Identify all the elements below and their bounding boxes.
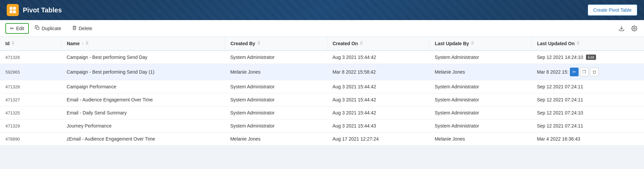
- table-row[interactable]: 478890zEmail - Audience Engagement Over …: [0, 133, 644, 146]
- col-label-last-update-by: Last Update By: [435, 41, 469, 46]
- settings-button[interactable]: [630, 24, 639, 33]
- cell-last_update_by: Melanie Jones: [429, 64, 532, 80]
- duplicate-button[interactable]: Duplicate: [30, 23, 66, 34]
- table-row[interactable]: 471327Email - Audience Engagement Over T…: [0, 93, 644, 106]
- col-header-last-updated-on[interactable]: Last Updated On ⠿: [532, 37, 644, 51]
- cell-created_on: Aug 3 2021 15:44:43: [327, 119, 429, 133]
- cell-created_on: Mar 8 2022 15:58:42: [327, 64, 429, 80]
- table-row[interactable]: 471329Journey PerformanceSystem Administ…: [0, 119, 644, 133]
- header-actions: Create Pivot Table: [588, 4, 637, 16]
- table-header-row: Id ⠿ Name ↑ ⠿ Created By ⠿: [0, 37, 644, 51]
- edit-label: Edit: [16, 26, 24, 31]
- cell-created_by: System Administrator: [225, 51, 327, 64]
- svg-point-6: [634, 27, 635, 29]
- col-header-last-update-by[interactable]: Last Update By ⠿: [429, 37, 532, 51]
- app-header: Pivot Tables Create Pivot Table: [0, 0, 644, 20]
- cell-id: 471326: [0, 51, 61, 64]
- cell-id: 478890: [0, 133, 61, 146]
- cell-id: 471325: [0, 106, 61, 119]
- duplicate-icon: [35, 25, 40, 31]
- cell-created_by: System Administrator: [225, 106, 327, 119]
- download-button[interactable]: [617, 24, 626, 33]
- col-label-created-by: Created By: [230, 41, 255, 46]
- cell-name: zEmail - Audience Engagement Over Time: [61, 133, 225, 146]
- delete-label: Delete: [79, 26, 92, 31]
- col-label-name: Name: [67, 41, 79, 46]
- create-pivot-table-button[interactable]: Create Pivot Table: [588, 4, 637, 16]
- edit-icon: ✏: [10, 26, 14, 31]
- col-header-created-by[interactable]: Created By ⠿: [225, 37, 327, 51]
- drag-icon-last-updated-on: ⠿: [577, 41, 580, 46]
- cell-name: Email - Audience Engagement Over Time: [61, 93, 225, 106]
- duplicate-label: Duplicate: [42, 26, 61, 31]
- table-row[interactable]: 471326Campaign - Best performing Send Da…: [0, 51, 644, 64]
- col-header-name[interactable]: Name ↑ ⠿: [61, 37, 225, 51]
- col-label-created-on: Created On: [333, 41, 358, 46]
- cell-last_updated_on: Sep 12 2021 07:24:11: [532, 80, 644, 93]
- cell-created_by: Melanie Jones: [225, 133, 327, 146]
- cell-last_update_by: System Administrator: [429, 80, 532, 93]
- cell-last_updated_on: Mar 4 2022 16:36:43: [532, 133, 644, 146]
- table-container: Id ⠿ Name ↑ ⠿ Created By ⠿: [0, 37, 644, 146]
- svg-rect-2: [10, 10, 12, 13]
- cell-last_updated_on: Sep 12 2021 07:24:11: [532, 93, 644, 106]
- delete-button[interactable]: Delete: [67, 23, 97, 34]
- svg-rect-1: [13, 7, 16, 10]
- col-label-last-updated-on: Last Updated On: [537, 41, 575, 46]
- col-label-id: Id: [5, 41, 9, 46]
- cell-name: Campaign - Best performing Send Day: [61, 51, 225, 64]
- svg-rect-0: [10, 7, 12, 10]
- row-duplicate-button[interactable]: ❐: [580, 68, 589, 76]
- sort-asc-icon-name: ↑: [82, 41, 84, 46]
- table-row[interactable]: 592965Campaign - Best performing Send Da…: [0, 64, 644, 80]
- svg-rect-4: [37, 27, 39, 30]
- logo-icon: [9, 6, 16, 14]
- toolbar-right: [617, 24, 639, 33]
- cell-created_on: Aug 3 2021 15:44:42: [327, 106, 429, 119]
- cell-id: 471329: [0, 119, 61, 133]
- cell-last_updated_on: Sep 12 2021 14:24:10Edit: [532, 51, 644, 64]
- svg-rect-3: [13, 10, 16, 13]
- cell-created_on: Aug 3 2021 15:44:42: [327, 80, 429, 93]
- cell-id: 471328: [0, 80, 61, 93]
- cell-last_update_by: System Administrator: [429, 93, 532, 106]
- col-header-created-on[interactable]: Created On ⠿: [327, 37, 429, 51]
- drag-icon-name: ⠿: [86, 41, 89, 46]
- toolbar: ✏ Edit Duplicate Delete: [0, 20, 644, 37]
- col-header-id[interactable]: Id ⠿: [0, 37, 61, 51]
- cell-name: Campaign - Best performing Send Day (1): [61, 64, 225, 80]
- cell-id: 592965: [0, 64, 61, 80]
- table-row[interactable]: 471328Campaign PerformanceSystem Adminis…: [0, 80, 644, 93]
- cell-last_update_by: System Administrator: [429, 51, 532, 64]
- cell-name: Campaign Performance: [61, 80, 225, 93]
- cell-last_updated_on: Sep 12 2021 07:24:10: [532, 106, 644, 119]
- cell-last_updated_on: Mar 8 2022 15:✏❐: [532, 64, 644, 80]
- drag-icon-id: ⠿: [11, 41, 14, 46]
- cell-last_update_by: System Administrator: [429, 106, 532, 119]
- cell-last_update_by: Melanie Jones: [429, 133, 532, 146]
- table-row[interactable]: 471325Email - Daily Send SummarySystem A…: [0, 106, 644, 119]
- cell-last_update_by: System Administrator: [429, 119, 532, 133]
- page-title: Pivot Tables: [23, 6, 62, 14]
- cell-created_on: Aug 3 2021 15:44:42: [327, 51, 429, 64]
- edit-tooltip-badge: Edit: [586, 55, 596, 60]
- cell-created_on: Aug 3 2021 15:44:42: [327, 93, 429, 106]
- cell-id: 471327: [0, 93, 61, 106]
- drag-icon-created-by: ⠿: [257, 41, 260, 46]
- cell-created_on: Aug 17 2021 12:27:24: [327, 133, 429, 146]
- row-edit-button[interactable]: ✏: [570, 68, 579, 76]
- pivot-tables-table: Id ⠿ Name ↑ ⠿ Created By ⠿: [0, 37, 644, 146]
- cell-created_by: System Administrator: [225, 119, 327, 133]
- drag-icon-created-on: ⠿: [360, 41, 363, 46]
- cell-name: Journey Performance: [61, 119, 225, 133]
- cell-created_by: Melanie Jones: [225, 64, 327, 80]
- drag-icon-last-update-by: ⠿: [471, 41, 474, 46]
- cell-name: Email - Daily Send Summary: [61, 106, 225, 119]
- cell-last_updated_on: Sep 12 2021 07:24:11: [532, 119, 644, 133]
- cell-created_by: System Administrator: [225, 80, 327, 93]
- cell-created_by: System Administrator: [225, 93, 327, 106]
- row-delete-button[interactable]: [590, 68, 599, 76]
- delete-icon: [72, 25, 77, 31]
- app-logo: [7, 4, 19, 16]
- edit-button[interactable]: ✏ Edit: [5, 23, 29, 34]
